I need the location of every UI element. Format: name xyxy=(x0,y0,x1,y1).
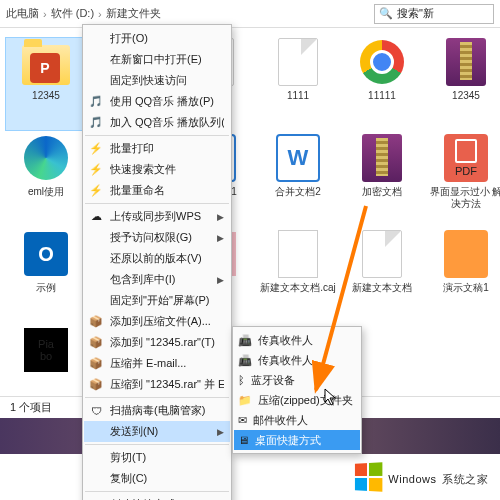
file-item[interactable]: eml使用 xyxy=(6,134,86,226)
word-icon: W xyxy=(276,134,320,182)
context-menu-item[interactable]: 还原以前的版本(V) xyxy=(84,248,230,269)
w-icon: ⚡ xyxy=(88,162,104,178)
mail-icon: ✉ xyxy=(238,414,247,427)
menu-item-label: 发送到(N) xyxy=(110,424,211,439)
breadcrumb-root[interactable]: 此电脑 xyxy=(6,6,39,21)
chevron-right-icon: › xyxy=(98,8,102,20)
sendto-item[interactable]: ᛒ蓝牙设备 xyxy=(234,370,360,390)
menu-item-label: 包含到库中(I) xyxy=(110,272,211,287)
file-item[interactable]: 新建文本文档 xyxy=(342,230,422,322)
file-label: 演示文稿1 xyxy=(443,282,489,294)
caj-icon xyxy=(278,230,318,278)
qq-icon: 🎵 xyxy=(88,115,104,131)
context-menu-item[interactable]: ⚡批量重命名 xyxy=(84,180,230,201)
context-menu-item[interactable]: 🎵使用 QQ音乐 播放(P) xyxy=(84,91,230,112)
file-label: 界面显示过小 解决方法 xyxy=(428,186,500,210)
rar-icon xyxy=(446,38,486,86)
file-label: 11111 xyxy=(368,90,396,102)
context-menu-item[interactable]: 复制(C) xyxy=(84,468,230,489)
w-icon: ⚡ xyxy=(88,183,104,199)
rar-icon: 📦 xyxy=(88,314,104,330)
file-item[interactable]: 加密文档 xyxy=(342,134,422,226)
context-menu-item[interactable]: 📦压缩到 "12345.rar" 并 E-mail xyxy=(84,374,230,395)
context-menu-item[interactable]: 📦添加到压缩文件(A)... xyxy=(84,311,230,332)
address-bar[interactable]: 此电脑 › 软件 (D:) › 新建文件夹 🔍 搜索"新 xyxy=(0,0,500,28)
sendto-item[interactable]: 📠传真收件人 xyxy=(234,350,360,370)
context-menu-item[interactable]: 授予访问权限(G)▶ xyxy=(84,227,230,248)
file-item[interactable]: W合并文档2 xyxy=(258,134,338,226)
menu-item-label: 固定到"开始"屏幕(P) xyxy=(110,293,224,308)
w-icon: ⚡ xyxy=(88,141,104,157)
cloud-icon: ☁ xyxy=(88,209,104,225)
qq-icon: 🎵 xyxy=(88,94,104,110)
menu-item-label: 快速搜索文件 xyxy=(110,162,224,177)
breadcrumb-drive[interactable]: 软件 (D:) xyxy=(51,6,94,21)
folder-icon: P xyxy=(22,45,70,85)
search-input[interactable]: 🔍 搜索"新 xyxy=(374,4,494,24)
file-icon xyxy=(362,230,402,278)
menu-item-label: 添加到 "12345.rar"(T) xyxy=(110,335,224,350)
context-menu-item[interactable]: 在新窗口中打开(E) xyxy=(84,49,230,70)
submenu-arrow-icon: ▶ xyxy=(217,233,224,243)
blank-icon xyxy=(88,52,104,68)
file-label: 12345 xyxy=(32,90,60,102)
chevron-right-icon: › xyxy=(43,8,47,20)
file-item[interactable]: 演示文稿1 xyxy=(426,230,500,322)
menu-item-label: 扫描病毒(电脑管家) xyxy=(110,403,224,418)
file-item[interactable]: P 12345 xyxy=(6,38,86,130)
context-menu-item[interactable]: 固定到快速访问 xyxy=(84,70,230,91)
breadcrumb-folder[interactable]: 新建文件夹 xyxy=(106,6,161,21)
sendto-item[interactable]: 📠传真收件人 xyxy=(234,330,360,350)
submenu-arrow-icon: ▶ xyxy=(217,427,224,437)
menu-item-label: 添加到压缩文件(A)... xyxy=(110,314,224,329)
file-item[interactable]: PDF界面显示过小 解决方法 xyxy=(426,134,500,226)
context-menu-item[interactable]: 🛡扫描病毒(电脑管家) xyxy=(84,400,230,421)
file-item[interactable]: O示例 xyxy=(6,230,86,322)
rar-icon: 📦 xyxy=(88,356,104,372)
app-icon: Piabo xyxy=(24,328,68,372)
blank-icon xyxy=(88,497,104,501)
context-menu-item[interactable]: ☁上传或同步到WPS▶ xyxy=(84,206,230,227)
blank-icon xyxy=(88,31,104,47)
fax-icon: 📠 xyxy=(238,334,252,347)
sendto-submenu: 📠传真收件人📠传真收件人ᛒ蓝牙设备📁压缩(zipped)文件夹✉邮件收件人🖥桌面… xyxy=(232,326,362,454)
menu-item-label: 邮件收件人 xyxy=(253,413,308,428)
brand-bar: Windows 系统之家 xyxy=(0,454,500,500)
file-label: 新建文本文档 xyxy=(352,282,412,294)
context-menu-item[interactable]: 打开(O) xyxy=(84,28,230,49)
context-menu-item[interactable]: 包含到库中(I)▶ xyxy=(84,269,230,290)
zip-icon: 📁 xyxy=(238,394,252,407)
context-menu-item[interactable]: 🎵加入 QQ音乐 播放队列(E) xyxy=(84,112,230,133)
menu-item-label: 压缩(zipped)文件夹 xyxy=(258,393,353,408)
menu-item-label: 固定到快速访问 xyxy=(110,73,224,88)
sendto-item[interactable]: ✉邮件收件人 xyxy=(234,410,360,430)
file-item[interactable]: 11111 xyxy=(342,38,422,130)
fax-icon: 📠 xyxy=(238,354,252,367)
edge-icon xyxy=(24,136,68,180)
file-label: 新建文本文档.caj xyxy=(260,282,336,294)
status-text: 1 个项目 xyxy=(10,400,52,415)
blank-icon xyxy=(88,272,104,288)
context-menu-item[interactable]: 发送到(N)▶ xyxy=(84,421,230,442)
file-item[interactable]: 12345 xyxy=(426,38,500,130)
context-menu-item[interactable]: ⚡批量打印 xyxy=(84,138,230,159)
context-menu-item[interactable]: ⚡快速搜索文件 xyxy=(84,159,230,180)
context-menu-item[interactable]: 创建快捷方式(S) xyxy=(84,494,230,500)
context-menu-item[interactable]: 📦压缩并 E-mail... xyxy=(84,353,230,374)
file-label: 12345 xyxy=(452,90,480,102)
sendto-item[interactable]: 📁压缩(zipped)文件夹 xyxy=(234,390,360,410)
desk-icon: 🖥 xyxy=(238,434,249,446)
context-menu-item[interactable]: 固定到"开始"屏幕(P) xyxy=(84,290,230,311)
file-item[interactable]: 新建文本文档.caj xyxy=(258,230,338,322)
menu-item-label: 还原以前的版本(V) xyxy=(110,251,224,266)
menu-item-label: 批量重命名 xyxy=(110,183,224,198)
context-menu-item[interactable]: 剪切(T) xyxy=(84,447,230,468)
blank-icon xyxy=(88,230,104,246)
blank-icon xyxy=(88,73,104,89)
menu-item-label: 剪切(T) xyxy=(110,450,224,465)
file-item[interactable]: 1111 xyxy=(258,38,338,130)
menu-item-label: 桌面快捷方式 xyxy=(255,433,321,448)
context-menu-item[interactable]: 📦添加到 "12345.rar"(T) xyxy=(84,332,230,353)
rar-icon: 📦 xyxy=(88,377,104,393)
sendto-item[interactable]: 🖥桌面快捷方式 xyxy=(234,430,360,450)
